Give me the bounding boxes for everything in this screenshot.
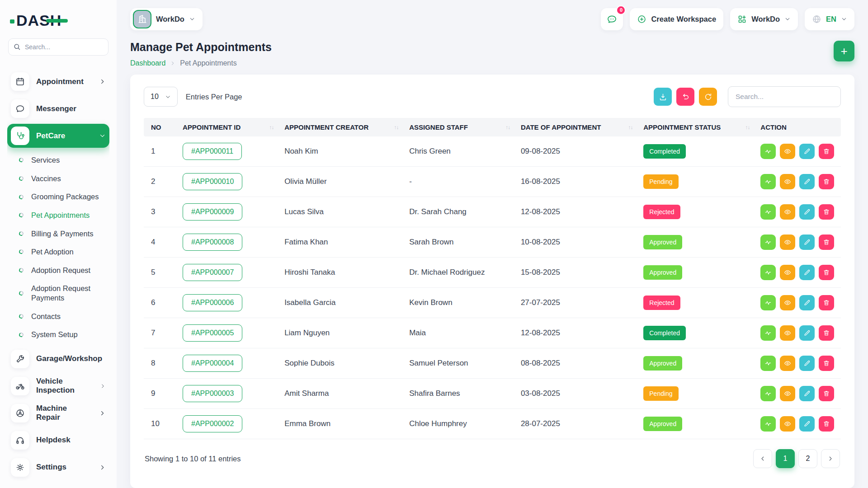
delete-button[interactable] (819, 265, 834, 280)
column-header-appointment-creator[interactable]: APPOINTMENT CREATOR↑↓ (279, 118, 404, 136)
create-workspace-button[interactable]: Create Workspace (630, 8, 723, 30)
appointment-id-badge[interactable]: #APP000006 (183, 294, 242, 311)
reset-button[interactable] (676, 88, 694, 106)
appointment-id-badge[interactable]: #APP000002 (183, 415, 242, 432)
delete-button[interactable] (819, 356, 834, 371)
appointment-activity-button[interactable] (760, 235, 776, 250)
pagination-next-button[interactable] (821, 449, 840, 468)
appointment-id-badge[interactable]: #APP000007 (183, 264, 242, 281)
sort-icon[interactable]: ↑↓ (745, 124, 750, 131)
edit-button[interactable] (799, 144, 815, 159)
sidebar-item-helpdesk[interactable]: Helpdesk (7, 428, 109, 452)
sidebar-item-billing-payments[interactable]: Billing & Payments (7, 225, 109, 243)
assigned-staff: Maia (404, 318, 515, 348)
pulse-icon (764, 208, 772, 216)
table-search-input[interactable] (728, 86, 841, 107)
delete-button[interactable] (819, 416, 834, 432)
eye-icon (784, 390, 791, 397)
sidebar-item-messenger[interactable]: Messenger (7, 97, 109, 121)
language-selector[interactable]: EN (805, 8, 854, 30)
sidebar-item-contacts[interactable]: Contacts (7, 307, 109, 326)
view-button[interactable] (780, 325, 795, 341)
appointment-activity-button[interactable] (760, 416, 776, 432)
appointment-id-badge[interactable]: #APP000011 (183, 143, 242, 160)
add-appointment-button[interactable]: + (834, 41, 854, 61)
view-button[interactable] (780, 386, 795, 401)
column-header-appointment-id[interactable]: APPOINTMENT ID↑↓ (177, 118, 279, 136)
appointment-id-badge[interactable]: #APP000005 (183, 324, 242, 342)
sidebar-item-petcare[interactable]: PetCare (7, 124, 109, 148)
sort-icon[interactable]: ↑↓ (269, 124, 274, 131)
edit-button[interactable] (799, 174, 815, 189)
sidebar-item-garage-workshop[interactable]: Garage/Workshop (7, 347, 109, 371)
workdo-menu-button[interactable]: WorkDo (730, 8, 798, 30)
messages-button[interactable]: 0 (601, 8, 623, 30)
sidebar-item-adoption-request-payments[interactable]: Adoption Request Payments (7, 279, 109, 307)
view-button[interactable] (780, 265, 795, 280)
appointment-activity-button[interactable] (760, 295, 776, 310)
view-button[interactable] (780, 144, 795, 159)
workspace-selector[interactable]: WorkDo (130, 8, 203, 30)
sidebar-item-vaccines[interactable]: Vaccines (7, 169, 109, 188)
sidebar-item-system-setup[interactable]: System Setup (7, 325, 109, 344)
pagination-page-1[interactable]: 1 (776, 449, 795, 468)
pagination-page-2[interactable]: 2 (798, 449, 817, 468)
delete-button[interactable] (819, 144, 834, 159)
sidebar-item-grooming-packages[interactable]: Grooming Packages (7, 188, 109, 206)
sidebar-search-input[interactable] (8, 38, 108, 56)
column-header-appointment-status[interactable]: APPOINTMENT STATUS↑↓ (638, 118, 755, 136)
delete-button[interactable] (819, 295, 834, 310)
pagination-prev-button[interactable] (753, 449, 772, 468)
view-button[interactable] (780, 295, 795, 310)
sidebar-item-pet-appointments[interactable]: Pet Appointments (7, 206, 109, 225)
view-button[interactable] (780, 235, 795, 250)
column-header-assigned-staff[interactable]: ASSIGNED STAFF↑↓ (404, 118, 515, 136)
delete-button[interactable] (819, 235, 834, 250)
delete-button[interactable] (819, 174, 834, 189)
sort-icon[interactable]: ↑↓ (505, 124, 510, 131)
view-button[interactable] (780, 416, 795, 432)
appointment-id-badge[interactable]: #APP000009 (183, 203, 242, 221)
appointment-activity-button[interactable] (760, 325, 776, 341)
edit-button[interactable] (799, 295, 815, 310)
edit-button[interactable] (799, 356, 815, 371)
edit-button[interactable] (799, 325, 815, 341)
sidebar-item-services[interactable]: Services (7, 151, 109, 169)
view-button[interactable] (780, 174, 795, 189)
edit-button[interactable] (799, 416, 815, 432)
sort-icon[interactable]: ↑↓ (394, 124, 398, 131)
appointment-id-badge[interactable]: #APP000008 (183, 234, 242, 251)
delete-button[interactable] (819, 204, 834, 220)
entries-per-page-select[interactable]: 10 (144, 87, 178, 107)
chevron-down-icon (165, 94, 171, 100)
delete-button[interactable] (819, 325, 834, 341)
sidebar-item-settings[interactable]: Settings (7, 455, 109, 479)
appointment-activity-button[interactable] (760, 174, 776, 189)
appointment-activity-button[interactable] (760, 386, 776, 401)
appointment-id-badge[interactable]: #APP000004 (183, 355, 242, 372)
sidebar-item-appointment[interactable]: Appointment (7, 70, 109, 94)
edit-button[interactable] (799, 204, 815, 220)
appointment-id-badge[interactable]: #APP000003 (183, 385, 242, 402)
refresh-button[interactable] (699, 88, 717, 106)
sidebar-item-adoption-request[interactable]: Adoption Request (7, 261, 109, 280)
export-button[interactable] (654, 88, 672, 106)
appointment-activity-button[interactable] (760, 144, 776, 159)
view-button[interactable] (780, 204, 795, 220)
appointment-activity-button[interactable] (760, 204, 776, 220)
sort-icon[interactable]: ↑↓ (628, 124, 632, 131)
column-header-date-of-appointment[interactable]: DATE OF APPOINTMENT↑↓ (515, 118, 638, 136)
sidebar-item-pet-adoption[interactable]: Pet Adoption (7, 243, 109, 261)
appointment-activity-button[interactable] (760, 265, 776, 280)
view-button[interactable] (780, 356, 795, 371)
appointment-activity-button[interactable] (760, 356, 776, 371)
edit-button[interactable] (799, 386, 815, 401)
sidebar-item-machine-repair[interactable]: Machine Repair (7, 401, 109, 425)
breadcrumb-dashboard-link[interactable]: Dashboard (130, 59, 165, 67)
delete-button[interactable] (819, 386, 834, 401)
appointment-id-badge[interactable]: #APP000010 (183, 173, 242, 190)
edit-button[interactable] (799, 235, 815, 250)
grid-plus-icon (737, 14, 747, 24)
sidebar-item-vehicle-inspection[interactable]: Vehicle Inspection (7, 374, 109, 398)
edit-button[interactable] (799, 265, 815, 280)
